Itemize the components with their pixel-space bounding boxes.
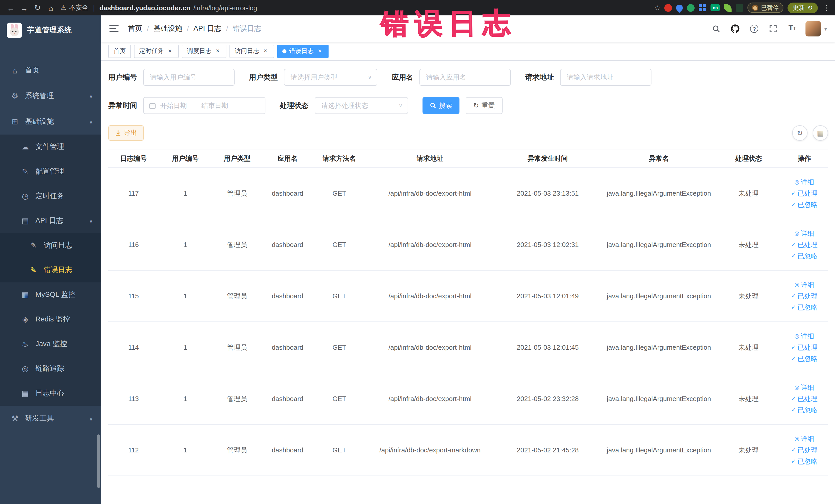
- chevron-down-icon: ∨: [399, 103, 403, 108]
- close-icon[interactable]: ×: [262, 47, 269, 55]
- annotation-overlay: 错误日志: [381, 5, 516, 43]
- fullscreen-icon[interactable]: [768, 23, 779, 35]
- column-visibility-button[interactable]: ▦: [813, 125, 828, 141]
- sidebar-item-infra[interactable]: ⊞ 基础设施 ∧: [0, 109, 101, 135]
- export-button[interactable]: 导出: [108, 125, 144, 141]
- reset-button[interactable]: ↻ 重置: [466, 97, 503, 114]
- sidebar-scrollbar-thumb[interactable]: [97, 435, 100, 488]
- tab-access-logs[interactable]: 访问日志 ×: [229, 44, 274, 58]
- breadcrumb-api-logs[interactable]: API 日志: [194, 24, 222, 33]
- breadcrumb: 首页 / 基础设施 / API 日志 / 错误日志: [128, 24, 261, 33]
- sidebar-item-file-management[interactable]: ☁ 文件管理: [0, 135, 101, 159]
- mark-processed-link[interactable]: ✓已处理: [791, 291, 817, 301]
- table-header-row: 日志编号 用户编号 用户类型 应用名 请求方法名 请求地址 异常发生时间 异常名…: [108, 149, 828, 168]
- github-icon[interactable]: [730, 23, 741, 35]
- tab-dispatch-logs[interactable]: 调度日志 ×: [182, 44, 226, 58]
- detail-link[interactable]: ◎详细: [794, 280, 814, 289]
- table-row: 117 1 管理员 dashboard GET /api/infra/db-do…: [108, 168, 828, 219]
- user-id-input[interactable]: [143, 69, 235, 86]
- close-icon[interactable]: ×: [214, 47, 221, 55]
- font-size-icon[interactable]: TT: [787, 23, 798, 35]
- detail-link[interactable]: ◎详细: [794, 331, 814, 341]
- mark-ignored-link[interactable]: ✓已忽略: [791, 251, 817, 261]
- paused-extension-badge[interactable]: 已暂停: [748, 3, 783, 13]
- search-icon[interactable]: [711, 23, 722, 35]
- user-type-select[interactable]: 请选择用户类型 ∨: [284, 69, 377, 86]
- eye-icon: ◎: [794, 333, 799, 339]
- app-logo[interactable]: 芋道管理系统: [0, 15, 101, 45]
- refresh-icon: ↻: [473, 102, 479, 109]
- redis-icon: ◈: [21, 315, 30, 324]
- address-bar[interactable]: ⚠ 不安全 | dashboard.yudao.iocoder.cn/infra…: [61, 3, 654, 12]
- sidebar-item-error-logs[interactable]: ✎ 错误日志: [0, 258, 101, 282]
- security-label[interactable]: 不安全: [69, 3, 88, 12]
- tab-home[interactable]: 首页: [108, 44, 131, 58]
- close-icon[interactable]: ×: [316, 47, 323, 55]
- mark-ignored-link[interactable]: ✓已忽略: [791, 405, 817, 415]
- sidebar-item-api-logs[interactable]: ▤ API 日志 ∧: [0, 208, 101, 233]
- exception-time-range-picker[interactable]: 开始日期 - 结束日期: [143, 97, 265, 114]
- sidebar-item-scheduled-tasks[interactable]: ◷ 定时任务: [0, 184, 101, 208]
- security-warning-icon: ⚠: [61, 4, 66, 11]
- sidebar-item-access-logs[interactable]: ✎ 访问日志: [0, 233, 101, 258]
- extension-icon-droplet[interactable]: [675, 3, 684, 13]
- sidebar-item-dev-tools[interactable]: ⚒ 研发工具 ∨: [0, 406, 101, 431]
- forward-icon[interactable]: →: [19, 2, 30, 13]
- mark-processed-link[interactable]: ✓已处理: [791, 189, 817, 198]
- browser-update-button[interactable]: 更新 ↻: [788, 2, 818, 13]
- mark-processed-link[interactable]: ✓已处理: [791, 240, 817, 249]
- extension-icon-tree[interactable]: [736, 4, 744, 12]
- sidebar-item-java-monitor[interactable]: ♨ Java 监控: [0, 332, 101, 356]
- detail-link[interactable]: ◎详细: [794, 383, 814, 392]
- refresh-table-button[interactable]: ↻: [792, 125, 808, 141]
- detail-link[interactable]: ◎详细: [794, 229, 814, 238]
- app-name-input[interactable]: [420, 69, 511, 86]
- back-icon[interactable]: ←: [5, 2, 16, 13]
- extension-icon-sprout[interactable]: [724, 4, 732, 12]
- tab-error-logs[interactable]: 错误日志 ×: [277, 44, 329, 58]
- extension-icon-red[interactable]: [665, 4, 672, 12]
- sidebar-item-tracing[interactable]: ◎ 链路追踪: [0, 356, 101, 381]
- sidebar-item-home[interactable]: ⌂ 首页: [0, 58, 101, 83]
- extension-icon-on-badge[interactable]: on: [711, 4, 720, 11]
- user-avatar[interactable]: ▾: [806, 21, 827, 37]
- sidebar-item-redis-monitor[interactable]: ◈ Redis 监控: [0, 307, 101, 332]
- process-status-select[interactable]: 请选择处理状态 ∨: [315, 97, 408, 114]
- breadcrumb-home[interactable]: 首页: [128, 24, 142, 33]
- mark-ignored-link[interactable]: ✓已忽略: [791, 200, 817, 209]
- extension-icon-grid[interactable]: [699, 4, 707, 12]
- help-icon[interactable]: ?: [749, 23, 760, 35]
- bookmark-star-icon[interactable]: ☆: [654, 4, 660, 12]
- tab-scheduled-tasks[interactable]: 定时任务 ×: [134, 44, 179, 58]
- chrome-menu-icon[interactable]: ⋮: [823, 4, 830, 12]
- hamburger-icon[interactable]: [109, 25, 119, 32]
- mark-processed-link[interactable]: ✓已处理: [791, 343, 817, 352]
- close-icon[interactable]: ×: [166, 47, 174, 55]
- sidebar-item-mysql-monitor[interactable]: ▦ MySQL 监控: [0, 282, 101, 307]
- search-button[interactable]: 搜索: [423, 97, 460, 114]
- request-url-input[interactable]: [560, 69, 651, 86]
- eye-icon: ◎: [794, 384, 799, 391]
- table-row: 113 1 管理员 dashboard GET /api/infra/db-do…: [108, 373, 828, 424]
- sidebar-item-system[interactable]: ⚙ 系统管理 ∨: [0, 83, 101, 109]
- page-content: 用户编号 用户类型 请选择用户类型 ∨ 应用名: [101, 61, 835, 504]
- reload-icon[interactable]: ↻: [32, 2, 43, 13]
- detail-link[interactable]: ◎详细: [794, 434, 814, 443]
- check-icon: ✓: [791, 293, 796, 299]
- detail-link[interactable]: ◎详细: [794, 177, 814, 187]
- home-icon[interactable]: ⌂: [45, 2, 57, 13]
- breadcrumb-current: 错误日志: [232, 24, 261, 33]
- mark-processed-link[interactable]: ✓已处理: [791, 394, 817, 403]
- check-icon: ✓: [791, 396, 796, 402]
- sidebar-item-config-management[interactable]: ✎ 配置管理: [0, 159, 101, 184]
- breadcrumb-infra[interactable]: 基础设施: [154, 24, 182, 33]
- mark-ignored-link[interactable]: ✓已忽略: [791, 457, 817, 466]
- mark-ignored-link[interactable]: ✓已忽略: [791, 303, 817, 312]
- table-row: 112 1 管理员 dashboard GET /api/infra/db-do…: [108, 424, 828, 476]
- extension-icon-green[interactable]: [687, 4, 695, 12]
- column-header-log-id: 日志编号: [108, 149, 159, 168]
- mark-processed-link[interactable]: ✓已处理: [791, 445, 817, 455]
- sidebar-item-log-center[interactable]: ▤ 日志中心: [0, 381, 101, 406]
- edit-icon: ✎: [29, 241, 38, 250]
- mark-ignored-link[interactable]: ✓已忽略: [791, 354, 817, 363]
